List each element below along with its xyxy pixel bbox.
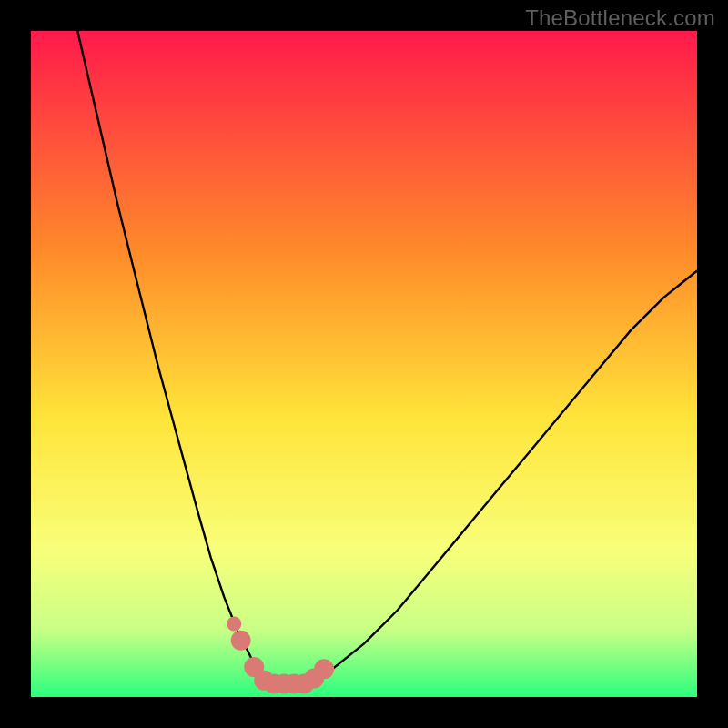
marker-dot (314, 659, 334, 679)
bottleneck-curve (77, 31, 697, 683)
marker-dot (231, 631, 251, 651)
marker-group (227, 617, 334, 694)
chart-frame: TheBottleneck.com (0, 0, 728, 728)
curve-layer (31, 31, 697, 697)
marker-dot (227, 617, 241, 632)
watermark-text: TheBottleneck.com (525, 5, 715, 31)
